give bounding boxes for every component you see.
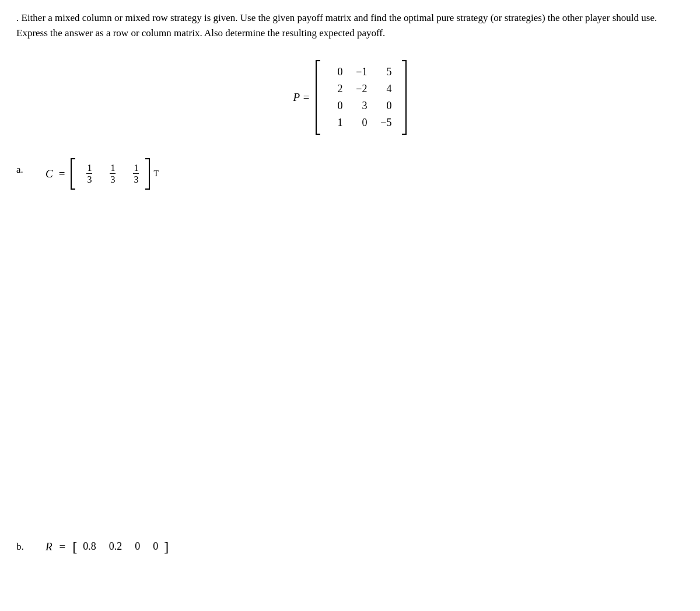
part-b-content: R = [ 0.8 0.2 0 0 ] bbox=[46, 540, 169, 554]
cell-3-2: −5 bbox=[380, 117, 391, 129]
part-b-cells: 0.8 0.2 0 0 bbox=[79, 540, 162, 553]
part-a-right-bracket bbox=[145, 158, 150, 190]
part-b-cell-3: 0 bbox=[153, 540, 158, 553]
cell-1-0: 2 bbox=[331, 83, 342, 95]
part-a-equals: = bbox=[59, 167, 65, 180]
part-a-cell-0: 1 3 bbox=[81, 163, 93, 185]
part-a-label: a. bbox=[16, 158, 46, 176]
part-b-cell-1: 0.2 bbox=[109, 540, 123, 553]
frac-1: 1 3 bbox=[110, 163, 116, 185]
cell-3-1: 0 bbox=[355, 117, 367, 129]
part-a-cells: 1 3 1 3 1 bbox=[80, 160, 141, 187]
frac-0: 1 3 bbox=[86, 163, 92, 185]
matrix-p-wrapper: 0 −1 5 2 −2 4 0 3 0 1 0 −5 bbox=[316, 60, 407, 135]
bullet-point: . bbox=[16, 12, 19, 23]
cell-0-2: 5 bbox=[380, 66, 391, 78]
matrix-p-label: P = bbox=[293, 91, 310, 104]
part-a-lhs: C bbox=[46, 167, 53, 180]
part-b-cell-2: 0 bbox=[135, 540, 140, 553]
part-a-matrix-wrapper: 1 3 1 3 1 bbox=[71, 158, 150, 190]
part-a-cell-1: 1 3 bbox=[104, 163, 116, 185]
part-b-lhs: R bbox=[46, 540, 52, 553]
matrix-p-rows: 0 −1 5 2 −2 4 0 3 0 1 0 −5 bbox=[325, 62, 397, 132]
matrix-p-section: P = 0 −1 5 2 −2 4 0 3 bbox=[16, 60, 684, 135]
part-a-matrix-grid: 1 3 1 3 1 bbox=[75, 158, 145, 190]
cell-3-0: 1 bbox=[331, 117, 342, 129]
left-bracket bbox=[316, 60, 320, 135]
cell-2-1: 3 bbox=[355, 100, 367, 112]
part-a-section: a. C = 1 3 bbox=[16, 158, 684, 190]
part-b-cell-0: 0.8 bbox=[83, 540, 96, 553]
cell-0-0: 0 bbox=[331, 66, 342, 78]
part-b-label: b. bbox=[16, 541, 46, 553]
problem-text: Either a mixed column or mixed row strat… bbox=[16, 12, 657, 39]
matrix-p-grid: 0 −1 5 2 −2 4 0 3 0 1 0 −5 bbox=[320, 60, 402, 135]
cell-1-1: −2 bbox=[355, 83, 367, 95]
page-container: . Either a mixed column or mixed row str… bbox=[16, 11, 684, 554]
part-b-section: b. R = [ 0.8 0.2 0 0 ] bbox=[16, 540, 684, 554]
part-a-content: C = 1 3 bbox=[46, 158, 159, 190]
cell-2-0: 0 bbox=[331, 100, 342, 112]
part-a-cell-2: 1 3 bbox=[128, 163, 139, 185]
right-bracket bbox=[402, 60, 407, 135]
part-a-left-bracket bbox=[71, 158, 75, 190]
row-left-bracket: [ bbox=[72, 540, 77, 554]
row-right-bracket: ] bbox=[164, 540, 169, 554]
matrix-p-equation: P = 0 −1 5 2 −2 4 0 3 bbox=[293, 60, 407, 135]
part-b-equals: = bbox=[60, 540, 66, 553]
cell-1-2: 4 bbox=[380, 83, 391, 95]
frac-2: 1 3 bbox=[133, 163, 139, 185]
problem-statement: . Either a mixed column or mixed row str… bbox=[16, 11, 681, 41]
cell-2-2: 0 bbox=[380, 100, 391, 112]
cell-0-1: −1 bbox=[355, 66, 367, 78]
